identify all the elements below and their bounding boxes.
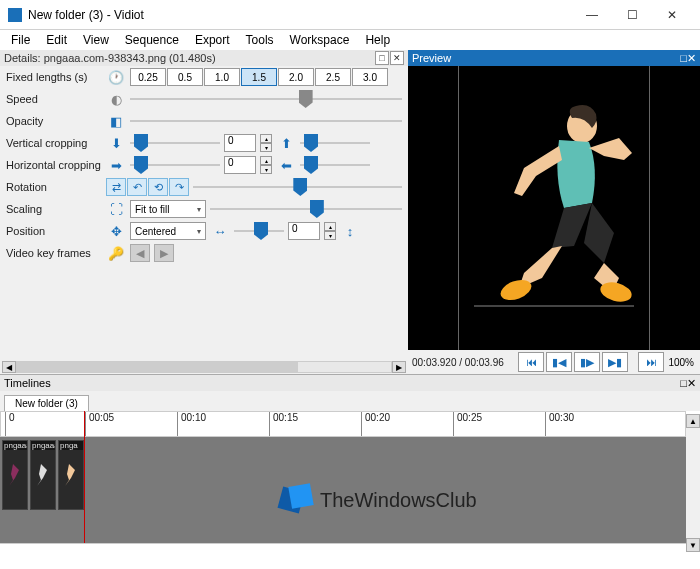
rotate-left-icon[interactable]: ↶ [127,178,147,196]
rotate-180-icon[interactable]: ⟲ [148,178,168,196]
vcrop-slider-1[interactable] [130,134,220,152]
preview-image [464,98,644,318]
timelines-vscroll[interactable]: ▲ ▼ [686,414,700,552]
hcrop-left-icon[interactable]: ⬅ [276,156,296,174]
clock-icon[interactable]: 🕐 [106,68,126,86]
rotation-slider[interactable] [193,178,402,196]
row-hcrop: Horizontal cropping ➡ 0 ▴▾ ⬅ [0,154,408,176]
play-button[interactable]: ▮▶ [574,352,600,372]
position-slider[interactable] [234,222,284,240]
zoom-label: 100% [666,357,696,368]
opacity-slider[interactable] [130,112,402,130]
preview-close-icon[interactable]: ✕ [687,52,696,65]
menu-file[interactable]: File [4,31,37,49]
speed-label: Speed [6,93,102,105]
length-btn-3.0[interactable]: 3.0 [352,68,388,86]
key-icon[interactable]: 🔑 [106,244,126,262]
position-dropdown[interactable]: Centered [130,222,206,240]
ruler-tick: 00:05 [85,412,114,436]
vcrop-input[interactable]: 0 [224,134,256,152]
menu-help[interactable]: Help [358,31,397,49]
menu-sequence[interactable]: Sequence [118,31,186,49]
hcrop-spinner[interactable]: ▴▾ [260,156,272,174]
preview-panel: Preview □ ✕ 00:03 [408,50,700,374]
kf-next-icon[interactable]: ▶ [154,244,174,262]
clip[interactable]: pngaaa [30,440,56,510]
scaling-dropdown[interactable]: Fit to fill [130,200,206,218]
scroll-down-icon[interactable]: ▼ [686,538,700,552]
window-title: New folder (3) - Vidiot [28,8,572,22]
watermark: TheWindowsClub [280,483,477,517]
row-fixed-lengths: Fixed lengths (s) 🕐 0.250.51.01.52.02.53… [0,66,408,88]
length-btn-1.5[interactable]: 1.5 [241,68,277,86]
scaling-icon[interactable]: ⛶ [106,200,126,218]
hcrop-slider-2[interactable] [300,156,370,174]
hcrop-slider-1[interactable] [130,156,220,174]
length-btn-2.5[interactable]: 2.5 [315,68,351,86]
speed-slider[interactable] [130,90,402,108]
ruler-tick: 00:30 [545,412,574,436]
hcrop-right-icon[interactable]: ➡ [106,156,126,174]
position-h-icon[interactable]: ↔ [210,222,230,240]
vcrop-spinner[interactable]: ▴▾ [260,134,272,152]
rotate-right-icon[interactable]: ↷ [169,178,189,196]
menu-export[interactable]: Export [188,31,237,49]
rotate-reset-icon[interactable]: ⇄ [106,178,126,196]
timeline-track[interactable]: TheWindowsClub pngaaapngaaapnga [0,437,686,543]
scaling-label: Scaling [6,203,102,215]
opacity-icon[interactable]: ◧ [106,112,126,130]
goto-end-button[interactable]: ⏭ [638,352,664,372]
app-icon [8,8,22,22]
scroll-left-icon[interactable]: ◀ [2,361,16,373]
playhead-line [84,411,85,543]
menu-edit[interactable]: Edit [39,31,74,49]
details-hscroll[interactable]: ◀ ▶ [0,360,408,374]
scroll-right-icon[interactable]: ▶ [392,361,406,373]
menu-view[interactable]: View [76,31,116,49]
hcrop-input[interactable]: 0 [224,156,256,174]
maximize-button[interactable]: ☐ [612,1,652,29]
length-btn-0.5[interactable]: 0.5 [167,68,203,86]
row-scaling: Scaling ⛶ Fit to fill [0,198,408,220]
menu-workspace[interactable]: Workspace [283,31,357,49]
position-v-icon[interactable]: ↕ [340,222,360,240]
goto-start-button[interactable]: ⏮ [518,352,544,372]
timeline-tab[interactable]: New folder (3) [4,395,89,411]
minimize-button[interactable]: — [572,1,612,29]
kf-prev-icon[interactable]: ◀ [130,244,150,262]
clip[interactable]: pnga [58,440,84,510]
menubar: FileEditViewSequenceExportToolsWorkspace… [0,30,700,50]
details-panel: Details: pngaaa.com-938343.png (01.480s)… [0,50,408,374]
clip[interactable]: pngaaa [2,440,28,510]
fixed-lengths-label: Fixed lengths (s) [6,71,102,83]
time-display: 00:03.920 / 00:03.96 [412,357,504,368]
length-btn-1.0[interactable]: 1.0 [204,68,240,86]
vcrop-up-icon[interactable]: ⬆ [276,134,296,152]
ruler-tick: 00:10 [177,412,206,436]
vcrop-slider-2[interactable] [300,134,370,152]
prev-frame-button[interactable]: ▮◀ [546,352,572,372]
vcrop-down-icon[interactable]: ⬇ [106,134,126,152]
row-keyframes: Video key frames 🔑 ◀ ▶ [0,242,408,264]
timelines-maximize-icon[interactable]: □ [680,377,687,389]
position-spinner[interactable]: ▴▾ [324,222,336,240]
menu-tools[interactable]: Tools [239,31,281,49]
row-position: Position ✥ Centered ↔ 0 ▴▾ ↕ [0,220,408,242]
scroll-up-icon[interactable]: ▲ [686,414,700,428]
keyframes-label: Video key frames [6,247,102,259]
panel-close-icon[interactable]: ✕ [390,51,404,65]
timelines-close-icon[interactable]: ✕ [687,377,696,390]
next-frame-button[interactable]: ▶▮ [602,352,628,372]
timelines-panel: Timelines □ ✕ New folder (3) 000:0500:10… [0,374,700,560]
scaling-slider[interactable] [210,200,402,218]
position-input[interactable]: 0 [288,222,320,240]
timeline-ruler[interactable]: 000:0500:1000:1500:2000:2500:30 [0,411,686,437]
panel-maximize-icon[interactable]: □ [375,51,389,65]
preview-title: Preview [412,52,451,64]
length-btn-0.25[interactable]: 0.25 [130,68,166,86]
close-button[interactable]: ✕ [652,1,692,29]
speed-icon[interactable]: ◐ [106,90,126,108]
length-btn-2.0[interactable]: 2.0 [278,68,314,86]
position-icon[interactable]: ✥ [106,222,126,240]
preview-maximize-icon[interactable]: □ [680,52,687,64]
